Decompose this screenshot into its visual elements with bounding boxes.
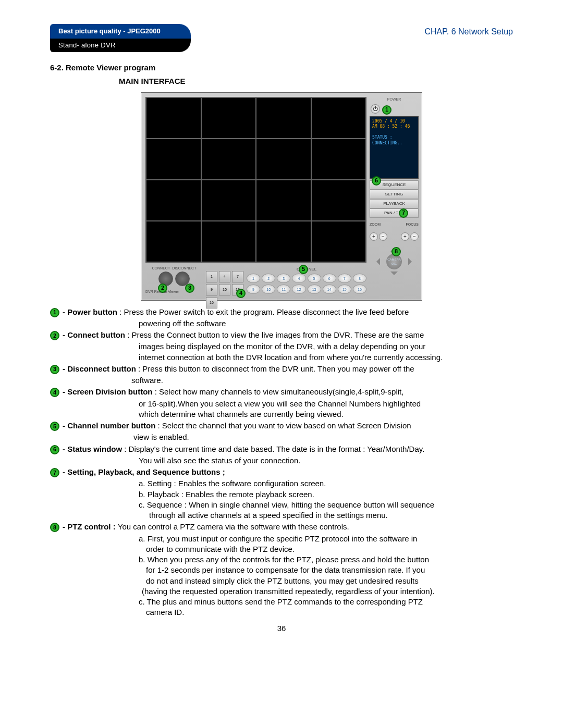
title-top: Best picture quality - JPEG2000 — [50, 24, 191, 39]
ptz-down-icon[interactable] — [390, 272, 398, 279]
channel-button[interactable]: 13 — [308, 285, 321, 294]
channel-button[interactable]: 2 — [262, 274, 275, 283]
text-4: : Select how many channels to view simul… — [153, 387, 404, 396]
channel-button[interactable]: 5 — [308, 274, 321, 283]
division-button[interactable]: 1 — [206, 271, 217, 282]
playback-button[interactable]: PLAYBACK — [370, 199, 419, 208]
channel-button[interactable]: 11 — [277, 285, 290, 294]
channel-button[interactable]: 14 — [323, 285, 336, 294]
status-window: 2005 / 4 / 10 AM 08 : 52 : 46 STATUS : C… — [370, 116, 419, 179]
ptz-left-icon[interactable] — [373, 258, 380, 265]
division-button[interactable]: 9 — [206, 284, 217, 295]
setting-button[interactable]: SETTING — [370, 190, 419, 199]
text-8b2: for 1-2 seconds per instance to compensa… — [146, 565, 513, 575]
badge-2-icon: 2 — [50, 331, 59, 340]
channel-button[interactable]: 7 — [338, 274, 351, 283]
division-button[interactable]: 7 — [232, 271, 243, 282]
power-button[interactable]: ⏻ — [371, 104, 380, 114]
callout-2-icon: 2 — [158, 283, 167, 293]
callout-6-icon: 6 — [372, 176, 381, 186]
footer-brand: DVR Remote Viewer — [145, 289, 203, 294]
term-4: - Screen Division button — [63, 387, 153, 396]
term-8: - PTZ control : — [63, 522, 118, 531]
callout-5-icon: 5 — [299, 265, 308, 274]
status-time: AM 08 : 52 : 46 — [372, 124, 416, 129]
badge-4-icon: 4 — [50, 388, 59, 397]
text-8c1: c. The plus and minus buttons send the P… — [139, 597, 513, 607]
text-3b: software. — [131, 375, 513, 386]
status-value: CONNECTING.. — [372, 141, 416, 146]
channel-button[interactable]: 6 — [323, 274, 336, 283]
channel-button[interactable]: 16 — [353, 285, 366, 294]
text-5: : Select the channel that you want to vi… — [155, 421, 411, 430]
text-1: : Press the Power switch to exit the pro… — [117, 307, 409, 316]
text-8b1: b. When you press any of the controls fo… — [139, 554, 513, 565]
channel-button[interactable]: 1 — [247, 274, 260, 283]
title-pill: Best picture quality - JPEG2000 Stand- a… — [50, 24, 191, 52]
text-2c: internet connection at both the DVR loca… — [139, 352, 513, 363]
text-1b: powering off the software — [139, 318, 513, 329]
connect-label: CONNECT — [152, 266, 170, 270]
zoom-minus-button[interactable]: − — [379, 232, 387, 241]
text-8c2: camera ID. — [146, 607, 513, 618]
channel-button[interactable]: 15 — [338, 285, 351, 294]
text-4b: or 16-split).When you select a view you … — [139, 399, 513, 409]
term-2: - Connect button — [63, 330, 125, 339]
text-8a2: order to communicate with the PTZ device… — [146, 544, 513, 554]
text-3: : Press this button to disconnect from t… — [136, 364, 414, 373]
callout-4-icon: 4 — [236, 289, 246, 298]
callout-7-icon: 7 — [399, 208, 408, 218]
badge-1-icon: 1 — [50, 308, 59, 317]
zoom-plus-button[interactable]: + — [370, 232, 378, 241]
term-1: - Power button — [63, 307, 117, 316]
text-6: : Display's the current time and date ba… — [122, 445, 424, 453]
disconnect-label: DISCONNECT — [172, 266, 196, 270]
badge-5-icon: 5 — [50, 422, 59, 431]
badge-7-icon: 7 — [50, 468, 59, 477]
text-4c: which determine what channels are curren… — [139, 409, 513, 419]
text-6b: You will also see the status of your con… — [139, 455, 513, 466]
pan-tilt-button[interactable]: PAN / TILT — [370, 208, 419, 218]
text-7b: b. Playback : Enables the remote playbac… — [139, 489, 513, 500]
sub-heading: MAIN INTERFACE — [119, 76, 513, 87]
power-label: POWER — [370, 97, 419, 102]
section-heading: 6-2. Remote Viewer program — [50, 63, 513, 73]
text-5b: view is enabled. — [133, 432, 513, 442]
connection-group: CONNECT DISCONNECT DVR Remote Viewer — [145, 266, 203, 294]
description-list: 1 - Power button : Press the Power switc… — [50, 307, 513, 618]
text-8b4: (having the requested operation transmit… — [142, 586, 513, 597]
channel-button[interactable]: 10 — [262, 285, 275, 294]
channel-button[interactable]: 8 — [353, 274, 366, 283]
channel-button[interactable]: 3 — [277, 274, 290, 283]
term-7: - Setting, Playback, and Sequence button… — [63, 467, 225, 476]
page-header: Best picture quality - JPEG2000 Stand- a… — [50, 24, 513, 52]
term-6: - Status window — [63, 445, 122, 453]
text-7a: a. Setting : Enables the software config… — [139, 478, 513, 489]
channel-button[interactable]: 4 — [292, 274, 305, 283]
division-button[interactable]: 10 — [219, 284, 230, 295]
text-2: : Press the Connect button to view the l… — [125, 330, 424, 339]
term-5: - Channel number button — [63, 421, 155, 430]
remote-viewer-screenshot: POWER ⏻ 2005 / 4 / 10 AM 08 : 52 : 46 ST… — [141, 92, 422, 301]
division-button[interactable]: 16 — [206, 297, 217, 309]
callout-3-icon: 3 — [185, 283, 194, 293]
status-date: 2005 / 4 / 10 — [372, 119, 416, 124]
focus-minus-button[interactable]: − — [410, 232, 419, 241]
page-number: 36 — [50, 623, 513, 634]
callout-1-icon: 1 — [382, 105, 391, 115]
title-bottom: Stand- alone DVR — [50, 39, 191, 52]
text-7c2: through all active channels at a speed s… — [149, 510, 513, 521]
callout-8-icon: 8 — [391, 247, 401, 256]
channel-button[interactable]: 12 — [292, 285, 305, 294]
badge-6-icon: 6 — [50, 445, 59, 454]
channel-button[interactable]: 9 — [247, 285, 260, 294]
text-2b: images being displayed on the monitor of… — [139, 341, 513, 352]
ptz-right-icon[interactable] — [408, 258, 415, 265]
status-label: STATUS : — [372, 135, 416, 140]
division-button[interactable]: 4 — [219, 271, 230, 282]
zoom-label: ZOOM — [370, 222, 381, 227]
chapter-label: CHAP. 6 Network Setup — [424, 24, 513, 38]
term-3: - Disconnect button — [63, 364, 136, 373]
side-panel: POWER ⏻ 2005 / 4 / 10 AM 08 : 52 : 46 ST… — [370, 97, 419, 296]
focus-plus-button[interactable]: + — [401, 232, 409, 241]
